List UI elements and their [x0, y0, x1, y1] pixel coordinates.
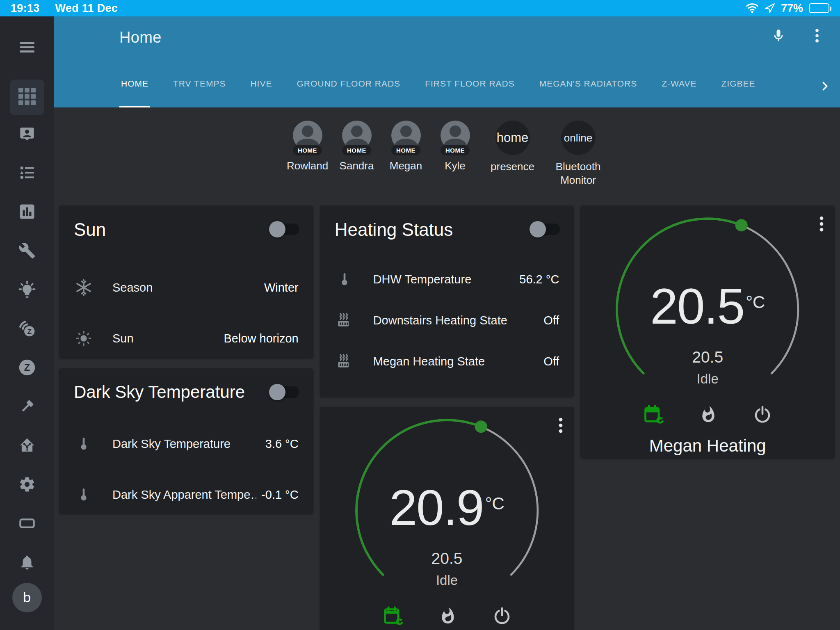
- list-bulleted-icon: [19, 164, 35, 183]
- hvac-state: Idle: [605, 371, 810, 387]
- sidebar-item-configuration[interactable]: [19, 243, 35, 260]
- snowflake-icon: [74, 278, 94, 297]
- thermometer-icon: [74, 486, 94, 503]
- mode-auto-calendar-sync-icon[interactable]: [643, 404, 664, 425]
- card-title: Sun: [74, 219, 299, 240]
- zwave-icon: Z: [18, 320, 36, 339]
- sidebar-item-lights[interactable]: [19, 282, 35, 299]
- view-tabs: HOME TRV TEMPS HIVE GROUND FLOOR RADS FI…: [119, 62, 808, 107]
- thermostat-dial[interactable]: 20.9°C 20.5 Idle: [345, 414, 550, 607]
- sidebar-item-panel[interactable]: [19, 516, 35, 532]
- dark-sky-card: Dark Sky Temperature Dark Sky Temperatur…: [59, 368, 313, 514]
- tablet-icon: [18, 515, 36, 534]
- entity-row-dark-sky-temperature[interactable]: Dark Sky Temperature 3.6 °C: [74, 418, 299, 469]
- card-title: Heating Status: [335, 219, 559, 240]
- bell-icon: [18, 554, 36, 573]
- user-avatar-initial: b: [23, 589, 31, 605]
- status-badge: HOME: [293, 145, 322, 155]
- hvac-state: Idle: [345, 573, 550, 588]
- tab-zigbee[interactable]: ZIGBEE: [720, 62, 757, 107]
- tab-ground-floor-rads[interactable]: GROUND FLOOR RADS: [295, 62, 402, 107]
- current-temperature: 20.9°C: [345, 479, 550, 536]
- entity-row-season[interactable]: Season Winter: [74, 262, 299, 313]
- hvac-modes: [320, 605, 574, 627]
- radiator-icon: [335, 352, 354, 370]
- sun-card: Sun Season Winter: [59, 205, 313, 358]
- badge-presence[interactable]: home presence: [488, 121, 537, 173]
- dark-sky-card-toggle[interactable]: [270, 386, 299, 398]
- heating-status-card: Heating Status DHW Temperature 56.2 °C: [320, 205, 574, 397]
- mode-heat-fire-icon[interactable]: [439, 605, 457, 627]
- tab-hive[interactable]: HIVE: [249, 62, 274, 107]
- sidebar-item-dashboard[interactable]: [10, 80, 44, 115]
- current-temperature: 20.5°C: [605, 278, 810, 335]
- sidebar-item-badges[interactable]: [19, 126, 35, 143]
- sidebar-item-devtools[interactable]: [19, 399, 35, 415]
- badge-person-megan[interactable]: HOME Megan: [390, 121, 422, 172]
- entity-row-downstairs-heating-state[interactable]: Downstairs Heating State Off: [335, 300, 559, 341]
- gear-icon: [18, 476, 36, 495]
- badge-person-rowland[interactable]: HOME Rowland: [291, 121, 324, 172]
- sidebar-item-zigbee[interactable]: Z: [19, 360, 35, 377]
- thermostat-card-downstairs: 20.9°C 20.5 Idle: [320, 407, 574, 630]
- overflow-menu-icon[interactable]: [815, 28, 819, 43]
- badge-person-kyle[interactable]: HOME Kyle: [439, 121, 472, 172]
- sidebar-item-history[interactable]: [19, 204, 35, 221]
- hvac-modes: [580, 404, 835, 425]
- sun-icon: [74, 329, 94, 347]
- tab-z-wave[interactable]: Z-WAVE: [660, 62, 698, 107]
- thermometer-icon: [74, 436, 94, 452]
- tab-megans-radiators[interactable]: MEGAN'S RADIATORS: [538, 62, 639, 107]
- account-badge-icon: [19, 126, 35, 144]
- wrench-icon: [18, 242, 36, 261]
- microphone-icon[interactable]: [771, 28, 786, 43]
- badge-bluetooth-monitor[interactable]: online Bluetooth Monitor: [554, 121, 603, 187]
- status-badge: HOME: [342, 145, 371, 155]
- sidebar-item-notifications[interactable]: [19, 555, 35, 571]
- ios-status-bar: 19:13 Wed 11 Dec 77%: [0, 0, 840, 16]
- dashboard-content: HOME Rowland HOME Sandra HOME Megan HOME…: [54, 107, 840, 630]
- mode-off-power-icon[interactable]: [753, 404, 772, 425]
- thermometer-icon: [335, 271, 354, 288]
- page-title: Home: [119, 29, 162, 46]
- sidebar-item-settings[interactable]: [19, 477, 35, 493]
- entity-row-sun[interactable]: Sun Below horizon: [74, 313, 299, 364]
- dial-knob: [735, 219, 748, 231]
- svg-text:Z: Z: [24, 362, 30, 373]
- tab-first-floor-rads[interactable]: FIRST FLOOR RADS: [423, 62, 516, 107]
- card-menu-icon[interactable]: [819, 215, 824, 234]
- home-assistant-screen: 19:13 Wed 11 Dec 77%: [0, 0, 840, 630]
- thermostat-card-megan: 20.5°C 20.5 Idle: [580, 205, 835, 458]
- user-avatar[interactable]: b: [12, 583, 42, 612]
- dial-knob: [475, 420, 487, 433]
- home-assistant-icon: [18, 437, 36, 456]
- card-menu-icon[interactable]: [558, 417, 563, 435]
- entity-row-megan-heating-state[interactable]: Megan Heating State Off: [335, 341, 559, 382]
- hammer-icon: [18, 398, 36, 417]
- menu-icon[interactable]: [20, 42, 34, 52]
- card-title: Dark Sky Temperature: [74, 382, 299, 402]
- mode-off-power-icon[interactable]: [492, 605, 512, 627]
- status-time: 19:13: [11, 2, 40, 15]
- badge-person-sandra[interactable]: HOME Sandra: [340, 121, 373, 172]
- mode-auto-calendar-sync-icon[interactable]: [382, 605, 404, 627]
- thermostat-dial[interactable]: 20.5°C 20.5 Idle: [605, 213, 810, 406]
- status-badge: HOME: [391, 145, 420, 155]
- entity-row-dhw-temperature[interactable]: DHW Temperature 56.2 °C: [335, 259, 559, 300]
- apps-grid-icon: [18, 87, 37, 107]
- mode-heat-fire-icon[interactable]: [699, 404, 717, 425]
- zigbee-icon: Z: [18, 358, 36, 378]
- sidebar-item-hassio[interactable]: [19, 438, 35, 454]
- battery-icon: [809, 3, 829, 13]
- thermostat-name: Megan Heating: [580, 436, 835, 456]
- heating-status-card-toggle[interactable]: [530, 224, 560, 235]
- tabs-scroll-right-icon[interactable]: [819, 80, 831, 94]
- tab-trv-temps[interactable]: TRV TEMPS: [171, 62, 227, 107]
- sidebar-item-zwave[interactable]: Z: [19, 321, 35, 338]
- wifi-icon: [746, 3, 759, 14]
- sidebar-item-logbook[interactable]: [19, 165, 35, 182]
- sun-card-toggle[interactable]: [270, 224, 299, 235]
- radiator-icon: [335, 311, 354, 329]
- entity-row-dark-sky-apparent[interactable]: Dark Sky Apparent Tempe… -0.1 °C: [74, 469, 299, 520]
- tab-home[interactable]: HOME: [119, 62, 150, 107]
